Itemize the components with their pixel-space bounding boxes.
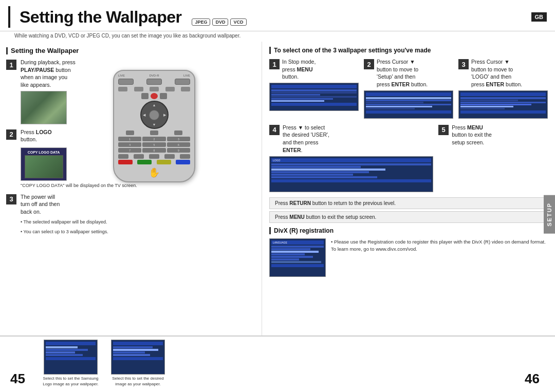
step-1-number: 1 bbox=[6, 60, 16, 70]
right-step-1-header: 1 In Stop mode, press MENU button. bbox=[269, 58, 359, 81]
page-title: Setting the Wallpaper bbox=[20, 8, 181, 27]
remote-left-arrow: ◀ bbox=[143, 113, 145, 117]
step-2-number: 2 bbox=[6, 129, 16, 140]
right-step-5-text: Press MENU button to exit the setup scre… bbox=[452, 124, 492, 146]
step-2-note: "COPY LOGO DATA" will be displayed on th… bbox=[21, 182, 255, 189]
bottom-img-1-item: Select this to set the Samsung Logo imag… bbox=[41, 340, 100, 387]
remote-extra-2[interactable] bbox=[150, 130, 158, 135]
left-section-title: Setting the Wallpaper bbox=[6, 47, 255, 54]
remote-btn-tm[interactable] bbox=[146, 79, 162, 85]
remote-right-arrow: ▶ bbox=[163, 113, 166, 117]
remote-btn-tl[interactable] bbox=[118, 79, 134, 85]
right-step-5-num: 5 bbox=[438, 125, 449, 135]
right-step-3-header: 3 Press Cursor ▼ button to move to 'LOGO… bbox=[458, 58, 548, 88]
remote-down-arrow: ▼ bbox=[153, 123, 156, 126]
right-step-5: 5 Press MENU button to exit the setup sc… bbox=[438, 124, 548, 146]
page-header: Setting the Wallpaper JPEG DVD VCD GB bbox=[0, 0, 555, 31]
remote-btn-s1[interactable] bbox=[118, 87, 127, 91]
setup-tab: SETUP bbox=[544, 195, 555, 234]
remote-ff-btn[interactable] bbox=[160, 93, 167, 99]
remote-num-1[interactable]: 1 bbox=[118, 137, 141, 141]
remote-btn-tr[interactable] bbox=[175, 79, 190, 85]
remote-btn-s4[interactable] bbox=[165, 87, 175, 91]
right-step-3-num: 3 bbox=[458, 59, 469, 69]
remote-small-buttons bbox=[118, 87, 190, 91]
step-1-image bbox=[21, 91, 67, 124]
right-section-title: To select one of the 3 wallpaper setting… bbox=[269, 47, 548, 54]
remote-blue-btn[interactable] bbox=[176, 160, 190, 164]
page-num-right: 46 bbox=[525, 371, 540, 387]
remote-enter-btn[interactable] bbox=[149, 110, 159, 120]
bottom-images: Select this to set the Samsung Logo imag… bbox=[41, 340, 168, 387]
copy-logo-box: COPY LOGO DATA bbox=[21, 147, 67, 181]
subtitle: While watching a DVD, VCD or JPEG CD, yo… bbox=[0, 31, 555, 42]
remote-num-7[interactable]: 7 bbox=[118, 148, 141, 153]
remote-up-arrow: ▲ bbox=[153, 103, 156, 107]
divx-content: LANGUAGE • Please use the Registration c… bbox=[269, 238, 548, 277]
right-step-1: 1 In Stop mode, press MENU button. bbox=[269, 58, 359, 119]
remote-bot-2[interactable] bbox=[134, 154, 144, 159]
bottom-img-2-item: Select this to set the desired image as … bbox=[108, 340, 168, 387]
remote-num-9[interactable]: 9 bbox=[167, 148, 190, 153]
remote-num-4[interactable]: 4 bbox=[118, 142, 141, 147]
right-step-2-text: Press Cursor ▼ button to move to 'Setup'… bbox=[377, 58, 428, 88]
bottom-img-2-screen bbox=[111, 340, 165, 375]
right-step-2-num: 2 bbox=[364, 59, 374, 69]
remote-hand-icon: ✋ bbox=[118, 167, 190, 178]
right-step-4-text: Press ▼ to select the desired 'USER', an… bbox=[283, 124, 329, 154]
remote-rew-btn[interactable] bbox=[141, 93, 149, 99]
remote-num-5[interactable]: 5 bbox=[142, 142, 165, 147]
divx-screen: LANGUAGE bbox=[269, 238, 326, 277]
remote-dpad[interactable]: ▲ ▼ ◀ ▶ bbox=[140, 101, 169, 129]
remote-yellow-btn[interactable] bbox=[157, 160, 171, 164]
remote-num-2[interactable]: 2 bbox=[142, 137, 165, 141]
remote-bot-5[interactable] bbox=[180, 154, 190, 159]
step-3-bullet-1: The selected wallpaper will be displayed… bbox=[21, 219, 255, 226]
menu-note: Press MENU button to exit the setup scre… bbox=[269, 211, 548, 223]
page-num-left: 45 bbox=[10, 371, 25, 387]
remote-btn-s3[interactable] bbox=[150, 87, 159, 91]
remote-num-3[interactable]: 3 bbox=[167, 137, 190, 141]
step-3-number: 3 bbox=[6, 194, 16, 204]
right-step-2-screen bbox=[364, 90, 453, 119]
right-step-3: 3 Press Cursor ▼ button to move to 'LOGO… bbox=[458, 58, 548, 119]
remote-num-8[interactable]: 8 bbox=[142, 148, 165, 153]
step-3-bullet-2: You can select up to 3 wallpaper setting… bbox=[21, 229, 255, 236]
right-step-4: 4 Press ▼ to select the desired 'USER', … bbox=[269, 124, 433, 192]
right-step-3-screen bbox=[458, 90, 548, 119]
step-1-image-content bbox=[21, 91, 66, 124]
step-3-text: The power will turn off and then back on… bbox=[21, 193, 255, 216]
remote-btn-s2[interactable] bbox=[134, 87, 143, 91]
right-steps-top: 1 In Stop mode, press MENU button. bbox=[269, 58, 548, 119]
remote-bot-3[interactable] bbox=[149, 154, 159, 159]
right-step-1-num: 1 bbox=[269, 59, 280, 69]
divx-section: DivX (R) registration LANGUAGE • Please … bbox=[269, 227, 548, 277]
format-badges: JPEG DVD VCD bbox=[192, 18, 246, 26]
remote-extra-1[interactable] bbox=[126, 130, 134, 135]
remote-control-area: LIVE DVD-R LIVE bbox=[113, 70, 198, 182]
remote-extra-3[interactable] bbox=[174, 130, 182, 135]
bottom-img-1-caption: Select this to set the Samsung Logo imag… bbox=[41, 376, 100, 387]
remote-play-btn[interactable] bbox=[151, 93, 158, 99]
remote-bot-4[interactable] bbox=[164, 154, 175, 159]
remote-top-buttons bbox=[118, 79, 190, 85]
right-step-3-text: Press Cursor ▼ button to move to 'LOGO' … bbox=[471, 58, 522, 88]
remote-bottom-btns bbox=[118, 154, 190, 159]
remote-green-btn[interactable] bbox=[137, 160, 152, 164]
remote-btn-s5[interactable] bbox=[181, 87, 190, 91]
remote-num-6[interactable]: 6 bbox=[167, 142, 190, 147]
remote-bot-1[interactable] bbox=[118, 154, 128, 159]
subtitle-text: While watching a DVD, VCD or JPEG CD, yo… bbox=[14, 33, 240, 39]
right-title-text: To select one of the 3 wallpaper setting… bbox=[274, 47, 431, 54]
remote-color-btns bbox=[118, 160, 190, 164]
gb-badge: GB bbox=[531, 12, 547, 22]
copy-logo-image bbox=[25, 155, 63, 178]
remote-transport bbox=[118, 93, 190, 99]
bottom-img-1-screen bbox=[44, 340, 98, 375]
dvd-badge: DVD bbox=[212, 18, 228, 26]
right-step-4-num: 4 bbox=[269, 125, 280, 135]
right-steps-mid: 4 Press ▼ to select the desired 'USER', … bbox=[269, 124, 548, 192]
remote-red-btn[interactable] bbox=[118, 160, 133, 164]
left-title-text: Setting the Wallpaper bbox=[11, 47, 79, 54]
remote-control: LIVE DVD-R LIVE bbox=[113, 70, 195, 182]
